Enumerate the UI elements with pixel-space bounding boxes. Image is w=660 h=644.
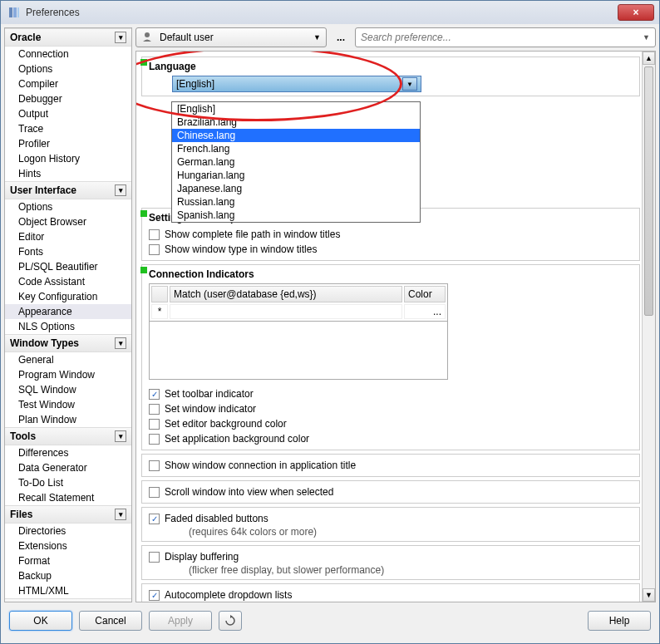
section-marker <box>140 267 147 273</box>
language-dropdown[interactable]: [English] ▼ <box>172 76 421 92</box>
sidebar-item[interactable]: Trace <box>5 121 131 136</box>
checkbox[interactable] <box>149 389 160 400</box>
sidebar-item[interactable]: Options <box>5 199 131 214</box>
sidebar-item[interactable]: Plan Window <box>5 412 131 427</box>
sidebar-item[interactable]: Appearance <box>5 304 131 319</box>
sidebar-item[interactable]: Directories <box>5 524 131 538</box>
sidebar-item[interactable]: Editor <box>5 229 131 244</box>
sidebar-item[interactable]: Format <box>5 553 131 568</box>
sidebar-item[interactable]: Data Generator <box>5 460 131 475</box>
language-option[interactable]: Hungarian.lang <box>172 169 420 182</box>
sidebar-item[interactable]: Connection <box>5 47 131 61</box>
language-selected: [English] <box>176 78 402 90</box>
ok-button[interactable]: OK <box>9 611 72 631</box>
checkbox[interactable] <box>149 229 160 240</box>
sidebar-item[interactable]: Test Window <box>5 397 131 412</box>
search-input[interactable] <box>361 32 643 43</box>
checkbox[interactable] <box>149 487 160 498</box>
collapse-icon[interactable]: ▾ <box>115 32 126 43</box>
collapse-icon[interactable]: ▾ <box>115 602 126 602</box>
scroll-down-icon[interactable]: ▼ <box>643 588 655 602</box>
checkbox[interactable] <box>149 434 160 445</box>
sidebar-category[interactable]: Oracle▾ <box>5 28 131 47</box>
sidebar-item[interactable]: Profiler <box>5 136 131 151</box>
checkbox-row[interactable]: Display buffering <box>149 549 633 564</box>
collapse-icon[interactable]: ▾ <box>115 430 126 442</box>
sidebar-category[interactable]: Files▾ <box>5 505 131 524</box>
sidebar-item[interactable]: Options <box>5 61 131 76</box>
apply-button[interactable]: Apply <box>149 611 212 631</box>
main-area: Oracle▾ConnectionOptionsCompilerDebugger… <box>1 24 659 606</box>
sidebar-item[interactable]: HTML/XML <box>5 583 131 598</box>
sidebar-item[interactable]: Output <box>5 106 131 121</box>
checkbox-row[interactable]: Scroll window into view when selected <box>149 484 633 499</box>
search-box[interactable]: ▼ <box>355 27 656 47</box>
sidebar-item[interactable]: Hints <box>5 166 131 181</box>
checkbox-row[interactable]: Set editor background color <box>149 416 633 431</box>
checkbox[interactable] <box>149 460 160 471</box>
sidebar-item[interactable]: Recall Statement <box>5 490 131 505</box>
match-cell[interactable] <box>170 304 402 319</box>
language-dropdown-list[interactable]: [English]Brazilian.langChinese.langFrenc… <box>171 101 421 223</box>
language-option[interactable]: Spanish.lang <box>172 209 420 222</box>
language-option[interactable]: German.lang <box>172 155 420 169</box>
checkbox[interactable] <box>149 552 160 563</box>
scroll-up-icon[interactable]: ▲ <box>643 52 655 65</box>
close-button[interactable]: × <box>618 4 654 21</box>
sidebar-item[interactable]: Fonts <box>5 244 131 259</box>
cancel-button[interactable]: Cancel <box>79 611 142 631</box>
user-selector[interactable]: Default user ▼ <box>135 27 327 47</box>
sidebar-item[interactable]: NLS Options <box>5 319 131 334</box>
sidebar-item[interactable]: Extensions <box>5 538 131 553</box>
sidebar-item[interactable]: Program Window <box>5 367 131 382</box>
sidebar-category[interactable]: Tools▾ <box>5 427 131 445</box>
sidebar-category[interactable]: User Interface▾ <box>5 181 131 199</box>
sidebar-category[interactable]: Window Types▾ <box>5 334 131 352</box>
checkbox[interactable] <box>149 514 160 524</box>
language-option[interactable]: French.lang <box>172 142 420 155</box>
checkbox[interactable] <box>149 419 160 430</box>
checkbox-row[interactable]: Set toolbar indicator <box>149 386 633 401</box>
color-cell[interactable]: ... <box>404 304 446 319</box>
collapse-icon[interactable]: ▾ <box>115 337 126 349</box>
vertical-scrollbar[interactable]: ▲ ▼ <box>642 52 655 602</box>
sidebar-item[interactable]: Code Assistant <box>5 274 131 289</box>
checkbox[interactable] <box>149 244 160 255</box>
sidebar-item[interactable]: General <box>5 352 131 367</box>
sidebar-item[interactable]: Compiler <box>5 76 131 91</box>
sidebar-item[interactable]: Backup <box>5 568 131 583</box>
language-option[interactable]: Japanese.lang <box>172 182 420 195</box>
checkbox-row[interactable]: Autocomplete dropdown lists <box>149 587 633 602</box>
svg-rect-1 <box>13 7 17 17</box>
reset-button[interactable] <box>219 611 242 631</box>
sidebar-item[interactable]: Logon History <box>5 151 131 166</box>
more-button[interactable]: ... <box>332 32 350 43</box>
checkbox-row[interactable]: Faded disabled buttons <box>149 511 633 526</box>
sidebar-item[interactable]: Object Browser <box>5 214 131 229</box>
sidebar-item[interactable]: Key Configuration <box>5 289 131 304</box>
checkbox-row[interactable]: Show complete file path in window titles <box>149 227 633 242</box>
checkbox-label: Set application background color <box>165 433 309 445</box>
sidebar-item[interactable]: PL/SQL Beautifier <box>5 259 131 274</box>
collapse-icon[interactable]: ▾ <box>115 184 126 196</box>
checkbox-row[interactable]: Set application background color <box>149 431 633 446</box>
chevron-down-icon[interactable]: ▼ <box>402 77 417 91</box>
checkbox-row[interactable]: Show window connection in application ti… <box>149 458 633 473</box>
checkbox-row[interactable]: Set window indicator <box>149 401 633 416</box>
sidebar-item[interactable]: SQL Window <box>5 382 131 397</box>
connection-table[interactable]: Match (user@database {ed,ws}) Color * ..… <box>149 283 448 322</box>
language-option[interactable]: Chinese.lang <box>172 129 420 142</box>
sidebar-item[interactable]: To-Do List <box>5 475 131 490</box>
language-option[interactable]: [English] <box>172 102 420 116</box>
checkbox-row[interactable]: Show window type in window titles <box>149 242 633 257</box>
language-option[interactable]: Brazilian.lang <box>172 116 420 129</box>
language-option[interactable]: Russian.lang <box>172 195 420 209</box>
sidebar-category[interactable]: Other▾ <box>5 598 131 602</box>
checkbox[interactable] <box>149 590 160 601</box>
scroll-thumb[interactable] <box>644 66 653 316</box>
help-button[interactable]: Help <box>588 611 651 631</box>
sidebar-item[interactable]: Differences <box>5 445 131 460</box>
collapse-icon[interactable]: ▾ <box>115 509 126 520</box>
checkbox[interactable] <box>149 404 160 415</box>
sidebar-item[interactable]: Debugger <box>5 91 131 106</box>
